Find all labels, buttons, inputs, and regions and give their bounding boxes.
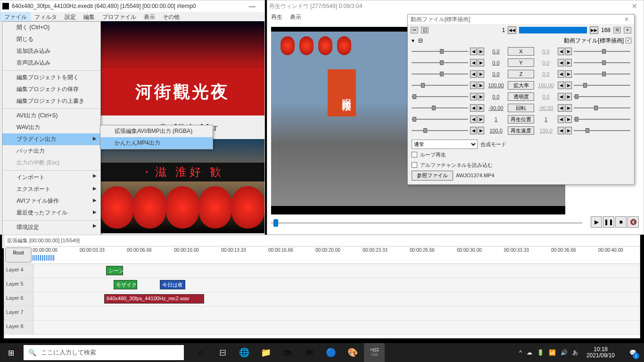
tray-onedrive-icon[interactable]: ☁ xyxy=(527,349,532,356)
slider-left[interactable] xyxy=(411,70,469,78)
layer-name[interactable]: Layer 6 xyxy=(4,292,33,306)
step-left-2[interactable]: ◀ xyxy=(558,115,564,123)
step-right-2[interactable]: ▶ xyxy=(565,93,572,100)
layer-track[interactable]: モザイク今日は夜 xyxy=(33,278,640,292)
reference-file-button[interactable]: 参照ファイル xyxy=(412,171,453,181)
file-menu-item[interactable]: 追加読み込み xyxy=(2,45,100,57)
playback-menu-play[interactable]: 再生 xyxy=(267,12,286,22)
file-menu-item[interactable]: エクスポート▶ xyxy=(2,183,100,195)
layer-track[interactable]: 640x480_30fps_44100Hz_rec2.wav xyxy=(33,292,640,306)
file-menu-item[interactable]: WAV出力 xyxy=(2,122,100,133)
step-left-2[interactable]: ◀ xyxy=(558,82,564,89)
slider-right[interactable] xyxy=(573,104,631,112)
step-left[interactable]: ◀ xyxy=(470,82,477,89)
value-right[interactable]: 100.0 xyxy=(535,128,557,133)
step-right[interactable]: ▶ xyxy=(478,59,484,66)
file-menu-item[interactable]: 環境設定▶ xyxy=(2,220,100,233)
value-right[interactable]: 0.0 xyxy=(535,94,557,99)
step-right-2[interactable]: ▶ xyxy=(565,59,572,66)
tool-icon-3[interactable]: ⟲ xyxy=(613,27,621,33)
property-close[interactable]: ✕ xyxy=(622,16,631,23)
step-left-2[interactable]: ◀ xyxy=(558,127,564,134)
value-right[interactable]: 1 xyxy=(535,116,557,122)
cortana-icon[interactable]: ○ xyxy=(190,343,211,362)
playback-close[interactable]: ✕ xyxy=(627,0,642,12)
step-right[interactable]: ▶ xyxy=(478,127,484,134)
file-menu-item[interactable]: 編集プロジェクトの保存 xyxy=(2,83,100,95)
step-right-2[interactable]: ▶ xyxy=(565,104,572,112)
file-menu-item[interactable]: 最近使ったファイル▶ xyxy=(2,207,100,219)
param-button[interactable]: 透明度 xyxy=(508,92,534,101)
slider-left[interactable] xyxy=(411,127,469,134)
step-right-2[interactable]: ▶ xyxy=(565,115,572,123)
file-menu-item[interactable]: AVIファイル操作▶ xyxy=(2,195,100,207)
menu-profile[interactable]: プロファイル xyxy=(99,12,140,21)
step-right[interactable]: ▶ xyxy=(478,93,484,100)
menu-other[interactable]: その他 xyxy=(159,12,183,21)
file-menu-item[interactable]: AVI出力 (Ctrl+S) xyxy=(2,108,100,122)
taskbar-clock[interactable]: 10:182021/09/10 xyxy=(583,346,619,359)
handle-icon[interactable]: ⊟ xyxy=(418,37,423,44)
layer-name[interactable]: Layer 8 xyxy=(4,321,33,334)
step-right-2[interactable]: ▶ xyxy=(565,48,572,55)
slider-right[interactable] xyxy=(573,115,631,123)
step-right[interactable]: ▶ xyxy=(478,82,484,89)
playback-seekbar[interactable] xyxy=(271,218,582,228)
property-enable-check[interactable]: ✓ xyxy=(626,38,631,43)
notification-icon[interactable]: 💬2 xyxy=(623,343,642,362)
frame-bar[interactable] xyxy=(519,27,587,33)
param-button[interactable]: 回転 xyxy=(508,104,534,112)
submenu-item[interactable]: 拡張編集AVI/BMP出力 (RGBA) xyxy=(100,125,213,137)
file-menu-item[interactable]: インポート▶ xyxy=(2,170,100,183)
aviutl-icon[interactable]: 🎬 xyxy=(364,343,385,362)
slider-right[interactable] xyxy=(573,93,631,100)
menu-edit[interactable]: 編集 xyxy=(80,12,99,21)
menu-file[interactable]: ファイル xyxy=(0,12,31,21)
submenu-item[interactable]: かんたんMP4出力 xyxy=(100,137,213,149)
frame-next[interactable]: ▶▶ xyxy=(590,26,598,34)
minimize-button[interactable]: — xyxy=(242,0,263,12)
slider-left[interactable] xyxy=(411,104,469,112)
blend-mode-select[interactable]: 通常 xyxy=(412,140,478,149)
slider-right[interactable] xyxy=(573,82,631,89)
file-menu-item[interactable]: 閉じる xyxy=(2,33,100,45)
value-left[interactable]: -90.00 xyxy=(485,105,507,111)
file-menu-item[interactable]: バッチ出力 xyxy=(2,145,100,157)
value-left[interactable]: 1 xyxy=(485,116,507,122)
timeline-clip[interactable]: 今日は夜 xyxy=(160,280,185,289)
value-right[interactable]: 0.0 xyxy=(535,60,557,66)
step-left[interactable]: ◀ xyxy=(470,115,477,123)
tool-icon-4[interactable]: + xyxy=(624,27,631,33)
play-button[interactable]: ▶ xyxy=(591,216,602,228)
step-right-2[interactable]: ▶ xyxy=(565,127,572,134)
value-right[interactable]: 100.00 xyxy=(535,82,557,88)
slider-right[interactable] xyxy=(573,70,631,78)
edge-icon[interactable]: 🌐 xyxy=(234,343,255,362)
loop-checkbox[interactable] xyxy=(412,152,417,157)
step-left-2[interactable]: ◀ xyxy=(558,93,564,100)
step-left-2[interactable]: ◀ xyxy=(558,70,564,78)
timeline-ruler[interactable]: 00:00:00.0000:00:03.3300:00:06.6600:00:1… xyxy=(33,247,640,263)
step-left[interactable]: ◀ xyxy=(470,48,477,55)
step-left[interactable]: ◀ xyxy=(470,59,477,66)
value-right[interactable]: -90.00 xyxy=(535,105,557,111)
tool-icon-1[interactable]: ✂ xyxy=(411,27,418,33)
mail-icon[interactable]: ✉ xyxy=(299,343,320,362)
layer-name[interactable]: Layer 4 xyxy=(4,264,33,278)
frame-prev[interactable]: ◀◀ xyxy=(508,26,516,34)
step-right-2[interactable]: ▶ xyxy=(565,70,572,78)
step-left[interactable]: ◀ xyxy=(470,104,477,112)
alpha-checkbox[interactable] xyxy=(412,162,417,168)
chrome-icon[interactable]: 🔵 xyxy=(321,343,341,362)
tray-ime-icon[interactable]: あ xyxy=(572,349,578,357)
step-right-2[interactable]: ▶ xyxy=(565,82,572,89)
value-left[interactable]: 0.0 xyxy=(485,60,507,66)
step-left[interactable]: ◀ xyxy=(470,127,477,134)
taskbar-search[interactable]: 🔍 ここに入力して検索 xyxy=(24,345,184,360)
step-left-2[interactable]: ◀ xyxy=(558,59,564,66)
step-right[interactable]: ▶ xyxy=(478,115,484,123)
step-right[interactable]: ▶ xyxy=(478,70,484,78)
step-left[interactable]: ◀ xyxy=(470,70,477,78)
layer-track[interactable] xyxy=(33,321,640,334)
value-right[interactable]: 0.0 xyxy=(535,71,557,77)
